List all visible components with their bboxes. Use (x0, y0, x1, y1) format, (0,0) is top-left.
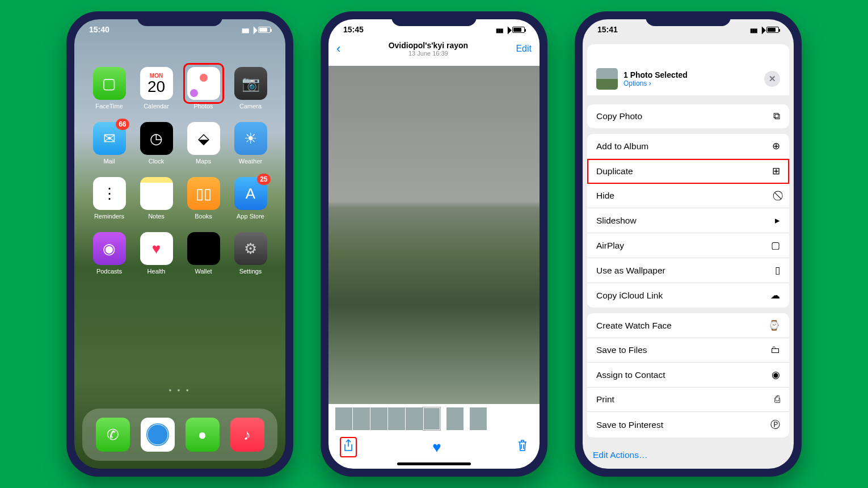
app-clock[interactable]: ◷Clock (135, 122, 178, 165)
favorite-button[interactable]: ♥ (432, 439, 441, 456)
app-label: Health (148, 268, 166, 275)
share-button[interactable] (340, 437, 357, 457)
svg-point-8 (146, 423, 169, 446)
action-copy-photo[interactable]: Copy Photo⧉ (587, 104, 789, 128)
trash-button[interactable] (517, 439, 528, 455)
battery-icon (512, 27, 525, 33)
action-duplicate[interactable]: Duplicate⊞ (587, 159, 789, 184)
action-label: Create Watch Face (596, 321, 672, 331)
action-label: Save to Files (596, 345, 647, 355)
mail-icon[interactable]: ✉66 (93, 122, 126, 155)
maps-icon[interactable]: ⬙ (187, 122, 220, 155)
app-health[interactable]: ♥Health (135, 232, 178, 275)
home-indicator[interactable] (397, 462, 471, 465)
action-print[interactable]: Print⎙ (587, 388, 789, 412)
home-apps-grid: ▢FaceTimeMON20CalendarPhotos📷Camera✉66Ma… (74, 67, 285, 275)
action-use-as-wallpaper[interactable]: Use as Wallpaper▯ (587, 258, 789, 283)
action-slideshow[interactable]: Slideshow▸ (587, 208, 789, 233)
action-label: Print (596, 394, 614, 405)
photo-preview[interactable] (328, 66, 540, 404)
app-wallet[interactable]: —Wallet (182, 232, 225, 275)
action-copy-icloud-link[interactable]: Copy iCloud Link☁ (587, 283, 789, 308)
weather-icon[interactable]: ☀ (234, 122, 267, 155)
action-icon: ⊞ (772, 165, 780, 177)
signal-icon (750, 25, 757, 34)
status-time: 15:41 (597, 25, 618, 34)
action-add-to-album[interactable]: Add to Album⊕ (587, 134, 789, 159)
appstore-icon[interactable]: A25 (234, 177, 267, 210)
battery-icon (258, 27, 271, 33)
action-icon: ▯ (775, 264, 780, 276)
edit-actions-link[interactable]: Edit Actions… (583, 443, 794, 467)
phone-icon[interactable]: ✆ (96, 418, 130, 452)
app-podcasts[interactable]: ◉Podcasts (88, 232, 130, 275)
action-create-watch-face[interactable]: Create Watch Face⌚ (587, 313, 789, 338)
camera-icon[interactable]: 📷 (234, 67, 267, 100)
action-label: Use as Wallpaper (596, 266, 665, 276)
close-button[interactable]: ✕ (764, 71, 780, 87)
facetime-icon[interactable]: ▢ (93, 67, 126, 100)
app-photos[interactable]: Photos (182, 67, 225, 110)
action-airplay[interactable]: AirPlay▢ (587, 233, 789, 258)
photo-date-subtitle: 13 June 16:39 (340, 50, 516, 57)
action-icon: ◉ (772, 369, 780, 381)
safari-icon[interactable] (141, 418, 175, 452)
action-icon: ☁ (770, 289, 780, 301)
app-music[interactable]: ♪ (230, 418, 264, 452)
app-phone[interactable]: ✆ (96, 418, 130, 452)
svg-point-7 (190, 87, 200, 97)
svg-point-1 (216, 70, 217, 79)
action-label: Save to Pinterest (596, 420, 663, 430)
action-save-to-pinterest[interactable]: Save to PinterestⓅ (587, 412, 789, 437)
app-maps[interactable]: ⬙Maps (182, 122, 225, 165)
app-notes[interactable]: Notes (135, 177, 178, 220)
messages-icon[interactable]: ● (186, 418, 220, 452)
photo-location-title: Ovidiopol's'kyi rayon (340, 41, 516, 50)
action-save-to-files[interactable]: Save to Files🗀 (587, 338, 789, 363)
action-hide[interactable]: Hide⃠ (587, 184, 789, 208)
calendar-icon[interactable]: MON20 (140, 67, 173, 100)
page-dots[interactable]: ● ● ● (74, 388, 285, 393)
photos-icon[interactable] (187, 67, 220, 100)
app-label: Calendar (144, 103, 169, 110)
options-link[interactable]: Options › (623, 79, 688, 87)
notes-icon[interactable] (140, 177, 173, 210)
action-label: Copy iCloud Link (596, 291, 663, 301)
wifi-icon (251, 25, 256, 34)
app-settings[interactable]: ⚙Settings (229, 232, 272, 275)
health-icon[interactable]: ♥ (140, 232, 173, 265)
reminders-icon[interactable]: ⋮ (93, 177, 126, 210)
back-button[interactable]: ‹ (336, 41, 340, 56)
app-label: FaceTime (95, 103, 123, 110)
share-header: 1 Photo Selected Options › ✕ (587, 44, 789, 95)
action-assign-to-contact[interactable]: Assign to Contact◉ (587, 363, 789, 388)
app-messages[interactable]: ● (186, 418, 220, 452)
music-icon[interactable]: ♪ (230, 418, 264, 452)
app-camera[interactable]: 📷Camera (229, 67, 272, 110)
phone-share-sheet: 15:41 1 Photo Selected Options › ✕ Copy … (575, 11, 802, 477)
edit-button[interactable]: Edit (516, 44, 532, 54)
podcasts-icon[interactable]: ◉ (93, 232, 126, 265)
action-icon: ⊕ (772, 140, 780, 152)
app-books[interactable]: ▯▯Books (182, 177, 225, 220)
signal-icon (242, 25, 248, 34)
app-reminders[interactable]: ⋮Reminders (88, 177, 130, 220)
app-mail[interactable]: ✉66Mail (88, 122, 130, 165)
clock-icon[interactable]: ◷ (140, 122, 173, 155)
app-facetime[interactable]: ▢FaceTime (88, 67, 130, 110)
svg-point-0 (200, 74, 208, 82)
app-label: Weather (239, 158, 262, 165)
action-label: AirPlay (596, 241, 624, 251)
books-icon[interactable]: ▯▯ (187, 177, 220, 210)
app-calendar[interactable]: MON20Calendar (135, 67, 178, 110)
settings-icon[interactable]: ⚙ (234, 232, 267, 265)
app-appstore[interactable]: A25App Store (229, 177, 272, 220)
app-safari[interactable] (141, 418, 175, 452)
thumbnail-strip[interactable] (328, 407, 540, 430)
action-icon: 🗀 (770, 344, 780, 356)
wallet-icon[interactable]: — (187, 232, 220, 265)
action-label: Add to Album (596, 141, 648, 152)
app-weather[interactable]: ☀Weather (229, 122, 272, 165)
share-title: 1 Photo Selected (623, 70, 688, 79)
app-label: Settings (239, 268, 262, 275)
